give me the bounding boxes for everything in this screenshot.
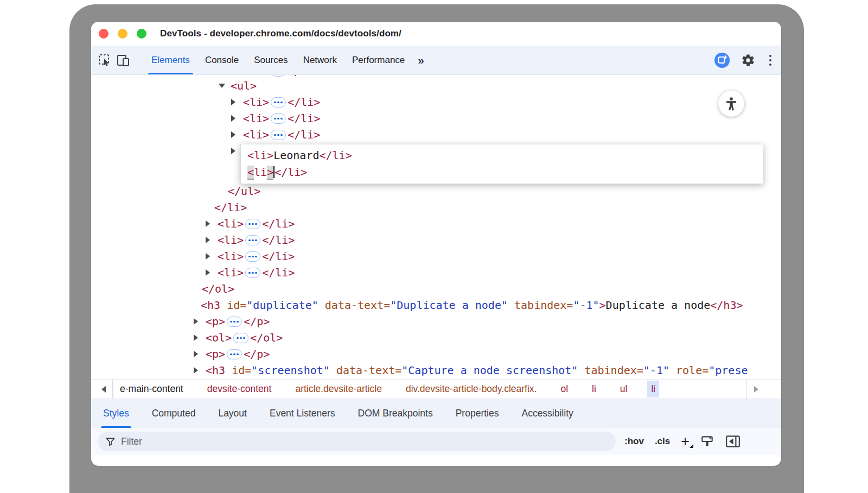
editor-line[interactable]: <li></li> (247, 164, 763, 181)
sidebar-tab-dom-breakpoints[interactable]: DOM Breakpoints (350, 399, 441, 428)
tab-sources[interactable]: Sources (246, 46, 295, 74)
chevron-right-icon (754, 386, 758, 393)
dom-node-row[interactable]: <p></p> (91, 313, 781, 330)
toggle-element-state-button[interactable]: :hov (624, 436, 644, 447)
more-tabs-button[interactable]: » (412, 54, 429, 67)
dom-node-row[interactable]: <li></li> (91, 216, 781, 232)
dropdown-corner-icon (690, 444, 693, 448)
breadcrumb-item[interactable]: article.devsite-article (291, 381, 386, 397)
close-window-button[interactable] (99, 29, 108, 39)
traffic-lights (99, 29, 146, 39)
breadcrumb-item[interactable]: li (588, 381, 600, 397)
dom-node-row[interactable]: <h3 id="screenshot" data-text="Capture a… (91, 362, 781, 378)
expand-arrow-icon[interactable] (231, 99, 235, 105)
elements-dom-tree: <li>Leonard</li><li></li> <li></li><ul><… (91, 75, 781, 379)
rendering-brush-icon[interactable] (700, 434, 714, 448)
dom-node-row[interactable]: </ul> (91, 183, 781, 199)
accessibility-helper-button[interactable] (718, 91, 744, 117)
dom-node-row[interactable]: <p></p> (91, 346, 781, 362)
sidebar-tab-styles[interactable]: Styles (95, 399, 137, 428)
ai-assistance-icon[interactable] (713, 51, 731, 69)
ellipsis-expand-button[interactable] (245, 268, 260, 278)
devtools-window: DevTools - developer.chrome.com/docs/dev… (91, 22, 781, 466)
toggle-sidebar-icon[interactable] (725, 434, 741, 448)
inline-html-editor[interactable]: <li>Leonard</li><li></li> (240, 144, 763, 184)
ellipsis-expand-button[interactable] (227, 349, 242, 359)
breadcrumb-item[interactable]: e-main-content (116, 381, 187, 397)
expand-arrow-icon[interactable] (231, 131, 235, 138)
dom-node-row[interactable]: <ul> (91, 78, 781, 94)
sidebar-tab-layout[interactable]: Layout (210, 399, 254, 428)
sidebar-tab-event-listeners[interactable]: Event Listeners (262, 399, 343, 428)
dom-node-row[interactable]: <li></li> (91, 232, 781, 248)
more-options-icon[interactable] (765, 53, 776, 68)
expand-arrow-icon[interactable] (206, 253, 210, 260)
breadcrumb: e-main-contentdevsite-contentarticle.dev… (116, 381, 659, 397)
breadcrumb-item[interactable]: li (647, 381, 659, 397)
ellipsis-expand-button[interactable] (245, 235, 260, 245)
sidebar-tab-properties[interactable]: Properties (448, 399, 507, 428)
new-style-rule-button[interactable]: + (681, 436, 690, 447)
dom-node-row[interactable]: <li></li> (91, 127, 781, 143)
expand-arrow-icon[interactable] (194, 367, 198, 374)
sidebar-tab-accessibility[interactable]: Accessibility (514, 399, 580, 428)
toolbar-separator (137, 52, 137, 68)
dom-node-row[interactable]: <li></li> (91, 94, 781, 110)
expand-arrow-icon[interactable] (194, 351, 198, 357)
window-title: DevTools - developer.chrome.com/docs/dev… (160, 28, 401, 39)
device-toolbar-icon[interactable] (114, 51, 132, 69)
zoom-window-button[interactable] (137, 29, 146, 39)
dom-node-row[interactable]: <li></li> (91, 110, 781, 127)
breadcrumb-item[interactable]: devsite-content (203, 381, 276, 397)
ellipsis-expand-button[interactable] (271, 97, 286, 108)
ellipsis-expand-button[interactable] (271, 130, 286, 140)
breadcrumb-scroll-right-button[interactable] (746, 380, 765, 399)
ellipsis-expand-button[interactable] (233, 333, 248, 343)
filter-placeholder: Filter (121, 436, 142, 447)
ellipsis-expand-button[interactable] (245, 251, 260, 262)
ellipsis-expand-button[interactable] (227, 317, 242, 327)
breadcrumb-item[interactable]: ol (557, 381, 572, 397)
expand-arrow-icon[interactable] (206, 269, 210, 276)
dom-node-row[interactable]: <li></li> (91, 248, 781, 264)
toolbar-right-separator (705, 52, 705, 68)
dom-node-row[interactable]: </ol> (91, 281, 781, 297)
dom-node-row[interactable]: <ol></ol> (91, 330, 781, 346)
styles-filter-row: Filter :hov .cls + (91, 428, 781, 455)
filter-funnel-icon (105, 437, 116, 447)
breadcrumb-scroll-left-button[interactable] (94, 380, 113, 399)
expand-arrow-icon[interactable] (231, 148, 235, 154)
element-classes-button[interactable]: .cls (655, 436, 670, 447)
panel-tabs: ElementsConsoleSourcesNetworkPerformance (144, 46, 412, 74)
expand-arrow-icon[interactable] (194, 318, 198, 325)
expand-arrow-icon[interactable] (206, 237, 210, 243)
dom-node-row[interactable]: </li> (91, 199, 781, 216)
tab-elements[interactable]: Elements (144, 46, 197, 74)
expand-arrow-icon[interactable] (206, 220, 210, 227)
inspect-element-icon[interactable] (95, 51, 114, 69)
title-bar: DevTools - developer.chrome.com/docs/dev… (91, 22, 781, 46)
expand-arrow-icon[interactable] (231, 115, 235, 122)
breadcrumb-item[interactable]: ul (616, 381, 631, 397)
dom-node-row[interactable]: <h3 id="duplicate" data-text="Duplicate … (91, 297, 781, 313)
settings-gear-icon[interactable] (739, 51, 757, 69)
tab-performance[interactable]: Performance (344, 46, 412, 74)
expand-arrow-icon[interactable] (219, 84, 225, 88)
dom-breadcrumb-bar: e-main-contentdevsite-contentarticle.dev… (91, 379, 781, 399)
breadcrumb-item[interactable]: div.devsite-article-body.clearfix. (402, 381, 541, 397)
tab-console[interactable]: Console (197, 46, 246, 74)
expand-arrow-icon[interactable] (194, 334, 198, 341)
chevron-left-icon (101, 386, 106, 393)
minimize-window-button[interactable] (118, 29, 127, 39)
editor-line[interactable]: <li>Leonard</li> (247, 147, 763, 164)
ellipsis-expand-button[interactable] (245, 219, 260, 229)
tab-network[interactable]: Network (296, 46, 344, 74)
style-filter-input[interactable]: Filter (98, 432, 616, 451)
dom-node-row[interactable]: <li></li> (91, 264, 781, 281)
devtools-toolbar: ElementsConsoleSourcesNetworkPerformance… (91, 46, 781, 75)
ellipsis-expand-button[interactable] (271, 113, 286, 124)
styles-sidebar-tabs: StylesComputedLayoutEvent ListenersDOM B… (91, 399, 781, 428)
ellipsis-expand-button[interactable] (271, 75, 286, 77)
sidebar-tab-computed[interactable]: Computed (144, 399, 203, 428)
